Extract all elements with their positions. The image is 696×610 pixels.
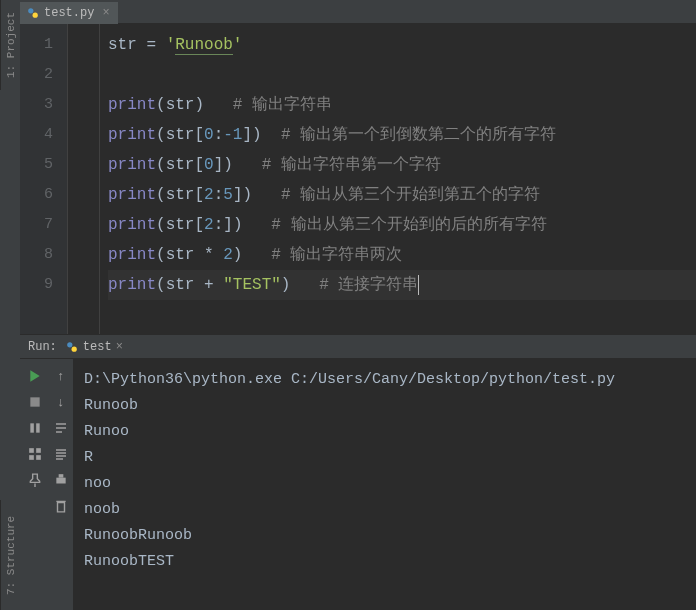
text-caret (418, 275, 419, 295)
print-button[interactable] (50, 469, 72, 491)
python-file-icon (26, 6, 40, 20)
code-line-9: print(str + "TEST") # 连接字符串 (108, 270, 696, 300)
line-number: 7 (20, 210, 67, 240)
editor-margin (68, 24, 100, 334)
line-number: 8 (20, 240, 67, 270)
output-line: noob (84, 497, 686, 523)
line-number: 9 (20, 270, 67, 300)
project-label: 1: Project (5, 12, 17, 78)
code-line-1: str = 'Runoob' (108, 30, 696, 60)
code-area[interactable]: str = 'Runoob' print(str) # 输出字符串 print(… (100, 24, 696, 334)
close-tab-icon[interactable]: × (102, 6, 109, 20)
svg-rect-8 (36, 448, 41, 453)
output-line: Runoob (84, 393, 686, 419)
file-tab-test-py[interactable]: test.py × (20, 0, 118, 24)
code-line-7: print(str[2:]) # 输出从第三个开始到的后的所有字符 (108, 210, 696, 240)
clear-button[interactable] (50, 495, 72, 517)
svg-point-0 (28, 8, 33, 13)
output-line: RunoobRunoob (84, 523, 686, 549)
code-line-3: print(str) # 输出字符串 (108, 90, 696, 120)
output-line: R (84, 445, 686, 471)
soft-wrap-icon[interactable] (50, 417, 72, 439)
svg-point-1 (33, 12, 38, 17)
pin-button[interactable] (24, 469, 46, 491)
output-line: Runoo (84, 419, 686, 445)
run-label: Run: (28, 340, 57, 354)
sidebar-tab-structure[interactable]: 7: Structure (0, 500, 20, 610)
stop-button[interactable] (24, 391, 46, 413)
line-number: 1 (20, 30, 67, 60)
line-number: 5 (20, 150, 67, 180)
editor-tab-bar: test.py × (20, 0, 696, 24)
line-number: 6 (20, 180, 67, 210)
code-line-6: print(str[2:5]) # 输出从第三个开始到第五个的字符 (108, 180, 696, 210)
python-run-icon (65, 340, 79, 354)
run-body: ↑ ↓ D:\Python36\python.exe C:/Users/Cany… (20, 359, 696, 610)
sidebar-tab-project[interactable]: 1: Project (0, 0, 20, 90)
run-toolbar: ↑ ↓ (20, 359, 74, 610)
code-line-4: print(str[0:-1]) # 输出第一个到倒数第二个的所有字符 (108, 120, 696, 150)
svg-rect-11 (56, 478, 65, 484)
run-output[interactable]: D:\Python36\python.exe C:/Users/Cany/Des… (74, 359, 696, 610)
run-config-name: test (83, 340, 112, 354)
run-button[interactable] (24, 365, 46, 387)
svg-point-2 (67, 342, 72, 347)
svg-rect-7 (29, 448, 34, 453)
file-tab-label: test.py (44, 6, 94, 20)
output-line: RunoobTEST (84, 549, 686, 575)
output-line: D:\Python36\python.exe C:/Users/Cany/Des… (84, 367, 686, 393)
line-gutter: 1 2 3 4 5 6 7 8 9 (20, 24, 68, 334)
code-line-5: print(str[0]) # 输出字符串第一个字符 (108, 150, 696, 180)
svg-rect-9 (29, 455, 34, 460)
svg-rect-6 (36, 423, 40, 432)
scroll-to-end-icon[interactable] (50, 443, 72, 465)
line-number: 2 (20, 60, 67, 90)
svg-rect-12 (59, 474, 64, 478)
code-line-8: print(str * 2) # 输出字符串两次 (108, 240, 696, 270)
svg-point-3 (71, 346, 76, 351)
line-number: 4 (20, 120, 67, 150)
svg-rect-10 (36, 455, 41, 460)
code-line-2 (108, 60, 696, 90)
layout-button[interactable] (24, 443, 46, 465)
structure-label: 7: Structure (5, 515, 17, 594)
step-down-icon[interactable]: ↓ (50, 391, 72, 413)
code-editor[interactable]: 1 2 3 4 5 6 7 8 9 str = 'Runoob' print(s… (20, 24, 696, 334)
close-run-config-icon[interactable]: × (116, 340, 123, 354)
line-number: 3 (20, 90, 67, 120)
step-up-icon[interactable]: ↑ (50, 365, 72, 387)
svg-rect-5 (30, 423, 33, 432)
output-line: noo (84, 471, 686, 497)
run-panel: Run: test × ↑ ↓ D:\Python36\python.exe C… (20, 334, 696, 610)
run-header: Run: test × (20, 335, 696, 359)
pause-button[interactable] (24, 417, 46, 439)
svg-rect-4 (30, 397, 39, 406)
